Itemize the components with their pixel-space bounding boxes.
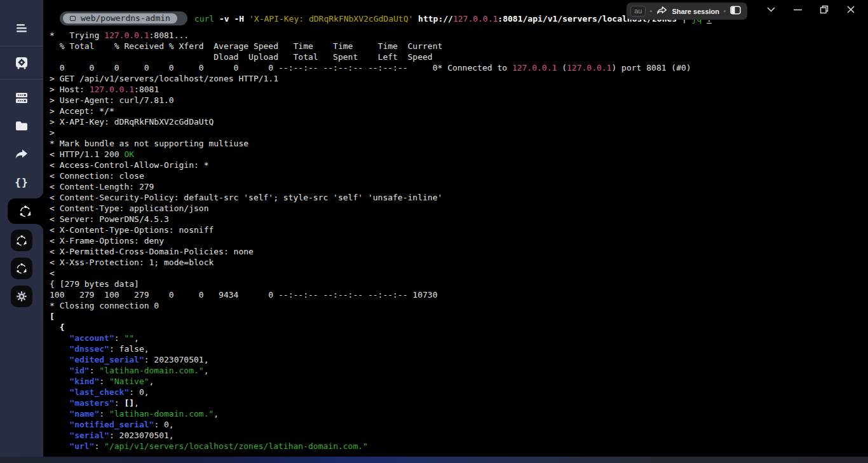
text-segment: ) port 8081 (#0) bbox=[611, 63, 691, 73]
prompt-context-pill[interactable]: web/powerdns-admin bbox=[60, 11, 187, 25]
text-segment: < HTTP/1.1 200 bbox=[50, 149, 124, 159]
text-segment: < Content-Type: application/json bbox=[50, 204, 208, 213]
session-input[interactable]: au bbox=[630, 6, 646, 17]
text-segment bbox=[50, 420, 69, 429]
terminal-line: < Access-Control-Allow-Origin: * bbox=[50, 160, 868, 170]
text-segment: 127.0.0.1 bbox=[512, 63, 557, 73]
terminal-line: > X-API-Key: dDRqRkFNbXV2cGdDaUtQ bbox=[50, 116, 868, 127]
text-segment bbox=[50, 387, 69, 397]
text-segment: "" bbox=[124, 333, 134, 343]
server-icon bbox=[15, 92, 29, 104]
text-segment: : bbox=[99, 377, 109, 386]
sidebar-item-webhook-3[interactable] bbox=[0, 257, 43, 280]
terminal-line: "last_check": 0, bbox=[50, 387, 868, 397]
sidebar-item-share[interactable] bbox=[0, 142, 43, 165]
terminal-line: Dload Upload Total Spent Left Speed bbox=[50, 52, 868, 62]
sidebar-item-settings[interactable] bbox=[0, 285, 43, 308]
window-controls bbox=[757, 0, 864, 19]
text-segment: -v -H bbox=[214, 14, 249, 24]
text-segment: % Total % Received % Xferd Average Speed… bbox=[50, 41, 442, 51]
share-session-button[interactable]: Share session bbox=[672, 8, 719, 15]
sidebar-item-webhook-2[interactable] bbox=[0, 229, 43, 252]
terminal-line: > GET /api/v1/servers/localhost/zones HT… bbox=[50, 73, 868, 84]
terminal-line: { bbox=[50, 322, 868, 333]
gear-icon bbox=[15, 290, 28, 303]
text-segment: , bbox=[134, 333, 139, 343]
terminal-line: < Server: PowerDNS/4.5.3 bbox=[50, 214, 868, 225]
split-columns-icon[interactable] bbox=[730, 6, 741, 17]
text-segment: : 2023070501, bbox=[109, 431, 174, 440]
terminal-line: < Connection: close bbox=[50, 170, 868, 181]
text-segment: , bbox=[204, 366, 209, 375]
minimize-button[interactable] bbox=[784, 1, 811, 18]
text-segment: 0 0 0 0 0 0 0 0 --:--:-- --:--:-- --:--:… bbox=[50, 63, 512, 73]
terminal-line: "url": "/api/v1/servers/localhost/zones/… bbox=[50, 441, 868, 452]
dot-separator bbox=[724, 10, 726, 12]
terminal-line: "edited_serial": 2023070501, bbox=[50, 354, 868, 365]
sidebar-item-webhook-active[interactable] bbox=[8, 198, 43, 224]
terminal-line: % Total % Received % Xferd Average Speed… bbox=[50, 41, 868, 52]
text-segment: < Content-Length: 279 bbox=[50, 182, 154, 191]
chevron-down-icon[interactable] bbox=[757, 1, 784, 18]
terminal-line: { [279 bytes data] bbox=[50, 279, 868, 289]
text-segment: < X-Content-Type-Options: nosniff bbox=[50, 225, 214, 235]
terminal-line: "dnssec": false, bbox=[50, 343, 868, 354]
terminal-line: < X-Permitted-Cross-Domain-Policies: non… bbox=[50, 246, 868, 257]
text-segment: : bbox=[94, 441, 104, 451]
text-segment: , bbox=[149, 377, 154, 386]
terminal-line: "name": "latihan-domain.com.", bbox=[50, 408, 868, 419]
taskbar-edge bbox=[0, 457, 868, 463]
sidebar-item-menu[interactable] bbox=[0, 17, 43, 39]
text-segment: "edited_serial" bbox=[69, 355, 144, 364]
text-segment: "Native" bbox=[109, 377, 149, 386]
sidebar-item-vault[interactable] bbox=[0, 52, 43, 74]
text-segment: "last_check" bbox=[69, 387, 129, 397]
terminal-line: 0 0 0 0 0 0 0 0 --:--:-- --:--:-- --:--:… bbox=[50, 62, 868, 73]
text-segment bbox=[50, 366, 69, 375]
terminal-line: < X-Frame-Options: deny bbox=[50, 235, 868, 246]
terminal-line: < bbox=[50, 268, 868, 279]
terminal-line: < Content-Security-Policy: default-src '… bbox=[50, 192, 868, 203]
text-segment bbox=[50, 441, 69, 451]
sidebar-divider bbox=[0, 46, 43, 46]
text-segment: : bbox=[99, 409, 109, 418]
notch-corner-top bbox=[36, 191, 43, 198]
text-segment: http:// bbox=[413, 14, 453, 24]
text-segment: < X-Xss-Protection: 1; mode=block bbox=[50, 258, 214, 267]
text-segment: : bbox=[114, 333, 125, 343]
share-toolbar: au Share session bbox=[627, 3, 747, 20]
terminal-line: < X-Content-Type-Options: nosniff bbox=[50, 225, 868, 235]
webhook-icon bbox=[15, 234, 28, 247]
text-segment: { bbox=[50, 322, 64, 332]
terminal-line: > bbox=[50, 127, 868, 138]
terminal-line: 100 279 100 279 0 0 9434 0 --:--:-- --:-… bbox=[50, 289, 868, 300]
text-segment: "kind" bbox=[69, 377, 99, 386]
sidebar-item-files[interactable] bbox=[0, 114, 43, 137]
terminal-line: "notified_serial": 0, bbox=[50, 419, 868, 430]
terminal-line: > User-Agent: curl/7.81.0 bbox=[50, 95, 868, 106]
sidebar-divider bbox=[0, 79, 43, 79]
window-icon bbox=[70, 16, 76, 21]
restore-button[interactable] bbox=[811, 1, 837, 18]
braces-icon: {} bbox=[15, 176, 28, 188]
text-segment: 127.0.0.1 bbox=[90, 85, 134, 94]
terminal-line: > Host: 127.0.0.1:8081 bbox=[50, 84, 868, 95]
text-segment: : false, bbox=[109, 344, 149, 354]
webhook-icon bbox=[15, 262, 28, 275]
text-segment: < Server: PowerDNS/4.5.3 bbox=[50, 214, 169, 224]
text-segment: "serial" bbox=[69, 431, 109, 440]
close-button[interactable] bbox=[837, 1, 864, 18]
terminal[interactable]: web/powerdns-admin curl -v -H 'X-API-Key… bbox=[43, 0, 868, 457]
terminal-line: "account": "", bbox=[50, 333, 868, 343]
text-segment: : 2023070501, bbox=[144, 355, 209, 364]
text-segment: ( bbox=[557, 63, 567, 73]
activity-sidebar: {} bbox=[0, 0, 43, 457]
text-segment: : bbox=[90, 366, 100, 375]
text-segment: : 0, bbox=[129, 387, 149, 397]
sidebar-item-json[interactable]: {} bbox=[0, 170, 43, 193]
text-segment: * Mark bundle as not supporting multiuse bbox=[50, 139, 248, 148]
text-segment: < bbox=[50, 268, 55, 278]
sidebar-item-servers[interactable] bbox=[0, 86, 43, 109]
terminal-output: * Trying 127.0.0.1:8081... % Total % Rec… bbox=[50, 30, 868, 452]
text-segment: > Host: bbox=[50, 85, 90, 94]
